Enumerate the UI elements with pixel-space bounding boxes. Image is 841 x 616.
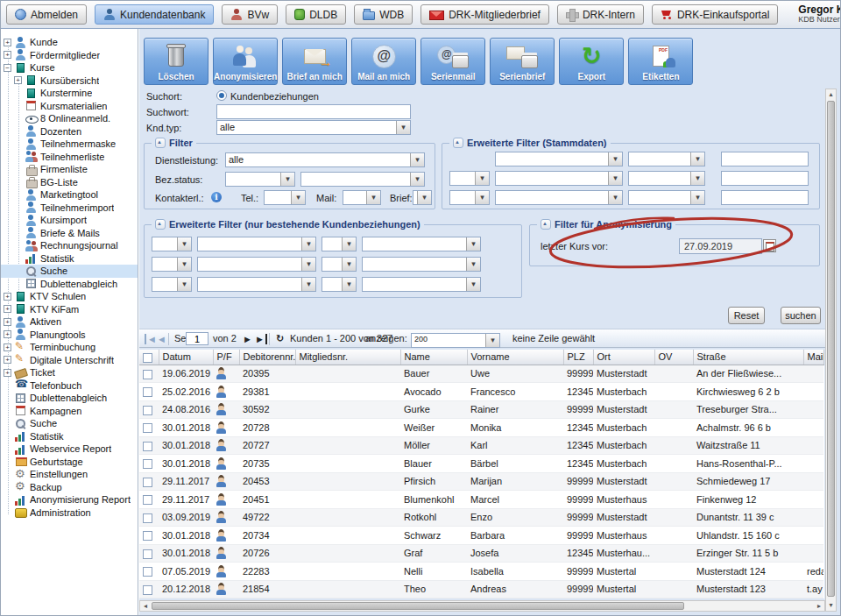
sidebar-item[interactable]: Statistik [1, 252, 138, 266]
mail-an-mich-button[interactable]: Mail an mich [351, 38, 416, 85]
last-page-button[interactable]: ► [255, 334, 267, 344]
tree-expand-toggle[interactable]: + [4, 293, 11, 301]
stammdaten-op-select[interactable] [628, 171, 705, 186]
select-all-header[interactable] [139, 350, 159, 365]
sidebar-item[interactable]: + KTV KiFam [1, 303, 138, 316]
sidebar-item[interactable]: Teilnehmerimport [1, 202, 138, 215]
table-row[interactable]: 20.12.2018 21854 Theo Andreas 99999 Must… [139, 580, 823, 598]
row-checkbox[interactable] [143, 585, 152, 595]
table-row[interactable]: 24.08.2016 30592 Gurke Rainer 99999 Must… [139, 400, 823, 419]
tree-expand-toggle[interactable] [14, 152, 24, 161]
row-checkbox[interactable] [143, 513, 152, 523]
vertical-scrollbar[interactable]: ▴ ▾ [825, 89, 837, 612]
tree-expand-toggle[interactable] [4, 431, 13, 441]
tree-expand-toggle[interactable] [4, 507, 13, 517]
abmelden-button[interactable]: Abmelden [6, 4, 87, 25]
tree-expand-toggle[interactable] [14, 202, 24, 212]
column-header[interactable]: Vorname [467, 350, 563, 365]
stammdaten-field-select[interactable] [495, 190, 623, 205]
sidebar-item[interactable]: Webservice Report [1, 443, 138, 456]
tree-expand-toggle[interactable] [14, 279, 24, 288]
column-header[interactable]: Straße [693, 350, 803, 365]
column-header[interactable]: Debitorennr. [239, 350, 295, 365]
row-checkbox[interactable] [143, 442, 152, 451]
tree-expand-toggle[interactable] [14, 241, 24, 251]
suchort-option-label[interactable]: Kundenbeziehungen [230, 91, 319, 102]
table-row[interactable]: 29.11.2017 20453 Pfirsich Marijan 99999 … [139, 472, 823, 491]
serienmail-button[interactable]: Serienmail [420, 38, 485, 85]
column-header[interactable]: Mitgliedsnr. [295, 350, 400, 365]
horizontal-scrollbar[interactable]: ◂ ▸ [139, 600, 825, 612]
scroll-up-icon[interactable]: ▴ [826, 89, 836, 100]
row-checkbox[interactable] [143, 531, 152, 541]
sidebar-item[interactable]: + Kursübersicht [1, 74, 138, 88]
sidebar-item[interactable]: Backup [1, 481, 138, 494]
loeschen-button[interactable]: Löschen [144, 38, 208, 85]
tree-expand-toggle[interactable] [14, 253, 24, 263]
tree-expand-toggle[interactable] [4, 393, 13, 403]
tree-expand-toggle[interactable] [4, 406, 13, 415]
column-header[interactable]: PLZ [563, 350, 593, 365]
tree-expand-toggle[interactable] [14, 216, 24, 225]
reset-button[interactable]: Reset [728, 307, 765, 324]
sidebar-item[interactable]: − Kurse [1, 61, 138, 74]
tree-expand-toggle[interactable] [4, 470, 13, 479]
wdb-button[interactable]: WDB [354, 4, 413, 25]
tree-expand-toggle[interactable] [14, 114, 24, 124]
anzeigen-select[interactable]: 200 [411, 333, 500, 348]
tree-expand-toggle[interactable] [14, 190, 24, 200]
tree-expand-toggle[interactable] [4, 444, 13, 454]
scroll-down-icon[interactable]: ▾ [826, 600, 836, 611]
column-header[interactable]: Name [400, 350, 467, 365]
sidebar-item[interactable]: Firmenliste [1, 163, 138, 176]
row-checkbox[interactable] [143, 459, 152, 469]
sidebar-item[interactable]: Kursmaterialien [1, 100, 138, 113]
kundenbez-field-select[interactable] [197, 237, 316, 251]
vertical-scrollbar-thumb[interactable] [827, 101, 835, 597]
tree-expand-toggle[interactable] [4, 419, 13, 428]
stammdaten-op-select[interactable] [628, 190, 705, 205]
table-row[interactable]: 30.01.2018 20728 Weißer Monika 12345 Mus… [139, 419, 823, 437]
row-checkbox[interactable] [143, 423, 152, 433]
sidebar-item[interactable]: Teilnehmermaske [1, 138, 138, 151]
kundenbez-op-select[interactable] [322, 277, 357, 292]
drk-mitgliederbrief-button[interactable]: DRK-Mitgliederbrief [420, 4, 549, 25]
tree-expand-toggle[interactable] [4, 495, 13, 505]
row-checkbox[interactable] [143, 478, 152, 487]
kundendatenbank-button[interactable]: Kundendatenbank [95, 4, 214, 25]
row-checkbox[interactable] [143, 495, 152, 505]
sidebar-item[interactable]: Dublettenabgleich [1, 278, 138, 291]
sidebar-item[interactable]: + KTV Schulen [1, 290, 138, 303]
sidebar-item[interactable]: Briefe & Mails [1, 227, 138, 240]
column-header[interactable]: P/F [213, 350, 239, 365]
sidebar-item[interactable]: Rechnungsjournal [1, 239, 138, 252]
kundenbez-value-select[interactable] [362, 257, 481, 272]
sidebar-item[interactable]: Marketingtool [1, 188, 138, 202]
tree-expand-toggle[interactable] [14, 101, 24, 110]
brief-an-mich-button[interactable]: Brief an mich [282, 38, 347, 85]
tree-expand-toggle[interactable]: + [4, 305, 11, 313]
stammdaten-value-input[interactable] [721, 171, 809, 186]
tree-expand-toggle[interactable]: − [4, 64, 11, 72]
tree-expand-toggle[interactable] [14, 165, 24, 174]
page-number-input[interactable] [186, 332, 208, 345]
tel-select[interactable] [264, 190, 306, 205]
dienstleistung-select[interactable]: alle [225, 152, 425, 167]
tree-expand-toggle[interactable]: + [4, 369, 11, 377]
horizontal-scrollbar-thumb[interactable] [152, 602, 684, 610]
sidebar-item[interactable]: Suche [1, 417, 138, 430]
collapse-icon[interactable] [453, 138, 463, 148]
column-header[interactable]: Mail [803, 350, 823, 365]
table-row[interactable]: 30.01.2018 20734 Schwarz Barbara 99999 M… [139, 527, 823, 545]
sidebar-item[interactable]: Kurstermine [1, 87, 138, 100]
kundenbez-field-select[interactable] [197, 257, 316, 272]
tree-expand-toggle[interactable]: + [14, 76, 22, 84]
refresh-icon[interactable]: ↻ [276, 333, 284, 344]
drk-intern-button[interactable]: DRK-Intern [557, 4, 644, 25]
dldb-button[interactable]: DLDB [286, 4, 346, 25]
tree-expand-toggle[interactable]: + [4, 343, 11, 351]
tree-expand-toggle[interactable] [4, 380, 13, 390]
bezstatus-select-1[interactable] [225, 172, 295, 187]
brief-select[interactable] [413, 190, 432, 205]
tree-expand-toggle[interactable]: + [4, 39, 11, 46]
